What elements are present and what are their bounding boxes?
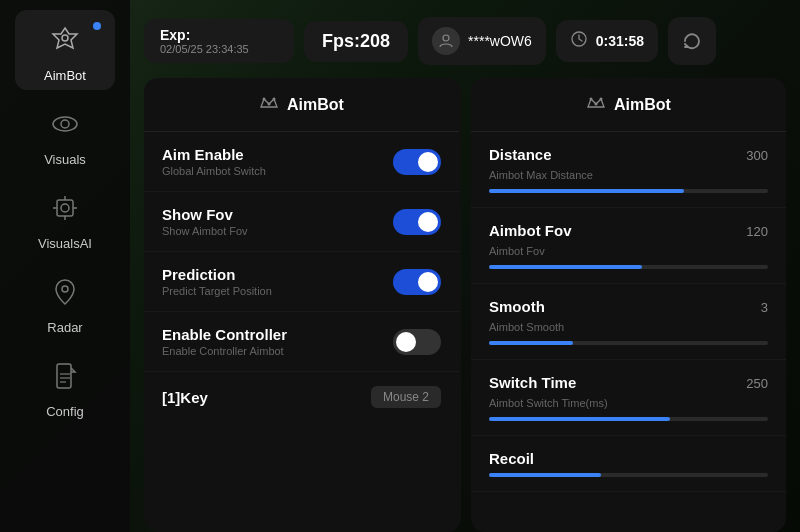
right-panel-area: Exp: 02/05/25 23:34:35 Fps:208 ****wOW6	[130, 0, 800, 532]
switch-time-desc: Aimbot Switch Time(ms)	[489, 397, 768, 409]
distance-name: Distance	[489, 146, 552, 163]
aim-enable-info: Aim Enable Global Aimbot Switch	[162, 146, 266, 177]
setting-row-aim-enable: Aim Enable Global Aimbot Switch	[144, 132, 459, 192]
sidebar-label-aimbot: AimBot	[44, 68, 86, 83]
prediction-name: Prediction	[162, 266, 272, 283]
user-avatar-icon	[432, 27, 460, 55]
refresh-icon	[681, 30, 703, 52]
eye-icon	[43, 102, 87, 146]
sidebar-item-aimbot[interactable]: AimBot	[15, 10, 115, 90]
switch-time-fill	[489, 417, 670, 421]
svg-rect-3	[57, 200, 73, 216]
exp-card: Exp: 02/05/25 23:34:35	[144, 19, 294, 63]
switch-time-slider[interactable]	[489, 417, 768, 421]
right-panel-content: Distance 300 Aimbot Max Distance Aimbot …	[471, 132, 786, 532]
left-aimbot-panel: AimBot Aim Enable Global Aimbot Switch	[144, 78, 461, 532]
svg-point-14	[443, 35, 449, 41]
controller-desc: Enable Controller Aimbot	[162, 345, 287, 357]
right-aimbot-panel: AimBot Distance 300 Aimbot Max Distance	[471, 78, 786, 532]
show-fov-desc: Show Aimbot Fov	[162, 225, 248, 237]
time-value: 0:31:58	[596, 33, 644, 49]
aimbot-fov-fill	[489, 265, 642, 269]
left-panel-content: Aim Enable Global Aimbot Switch Show Fov…	[144, 132, 459, 532]
aimbot-fov-header: Aimbot Fov 120	[489, 222, 768, 239]
right-panel-title: AimBot	[614, 96, 671, 114]
smooth-desc: Aimbot Smooth	[489, 321, 768, 333]
setting-row-prediction: Prediction Predict Target Position	[144, 252, 459, 312]
aimbot-fov-value: 120	[746, 224, 768, 239]
distance-value: 300	[746, 148, 768, 163]
scan-icon	[43, 186, 87, 230]
time-card: 0:31:58	[556, 20, 658, 62]
distance-header: Distance 300	[489, 146, 768, 163]
aimbot-icon	[43, 18, 87, 62]
setting-row-recoil: Recoil	[471, 436, 786, 492]
panels-area: AimBot Aim Enable Global Aimbot Switch	[144, 78, 786, 532]
svg-point-0	[62, 35, 68, 41]
smooth-value: 3	[761, 300, 768, 315]
smooth-header: Smooth 3	[489, 298, 768, 315]
svg-point-16	[263, 98, 266, 101]
fps-card: Fps:208	[304, 21, 408, 62]
prediction-info: Prediction Predict Target Position	[162, 266, 272, 297]
setting-row-smooth: Smooth 3 Aimbot Smooth	[471, 284, 786, 360]
sidebar-label-radar: Radar	[47, 320, 82, 335]
setting-row-aimbot-fov: Aimbot Fov 120 Aimbot Fov	[471, 208, 786, 284]
svg-point-4	[61, 204, 69, 212]
user-card: ****wOW6	[418, 17, 546, 65]
sidebar-label-visuals: Visuals	[44, 152, 86, 167]
switch-time-header: Switch Time 250	[489, 374, 768, 391]
clock-icon	[570, 30, 588, 52]
sidebar-item-config[interactable]: Config	[15, 346, 115, 426]
left-panel-header: AimBot	[144, 78, 459, 132]
key-value-badge[interactable]: Mouse 2	[371, 386, 441, 408]
active-dot-indicator	[93, 22, 101, 30]
setting-row-key: [1]Key Mouse 2	[144, 372, 459, 422]
smooth-name: Smooth	[489, 298, 545, 315]
setting-row-distance: Distance 300 Aimbot Max Distance	[471, 132, 786, 208]
sidebar: AimBot Visuals	[0, 0, 130, 532]
show-fov-toggle[interactable]	[393, 209, 441, 235]
exp-label: Exp:	[160, 27, 278, 43]
svg-point-21	[600, 98, 603, 101]
svg-point-9	[62, 286, 68, 292]
sidebar-item-radar[interactable]: Radar	[15, 262, 115, 342]
aimbot-fov-slider[interactable]	[489, 265, 768, 269]
controller-name: Enable Controller	[162, 326, 287, 343]
recoil-header: Recoil	[489, 450, 768, 467]
key-info: [1]Key	[162, 389, 208, 406]
svg-point-2	[61, 120, 69, 128]
prediction-desc: Predict Target Position	[162, 285, 272, 297]
key-name: [1]Key	[162, 389, 208, 406]
svg-point-19	[590, 98, 593, 101]
setting-row-switch-time: Switch Time 250 Aimbot Switch Time(ms)	[471, 360, 786, 436]
distance-slider[interactable]	[489, 189, 768, 193]
refresh-button[interactable]	[668, 17, 716, 65]
setting-row-controller: Enable Controller Enable Controller Aimb…	[144, 312, 459, 372]
sidebar-item-visualsai[interactable]: VisualsAI	[15, 178, 115, 258]
sidebar-label-config: Config	[46, 404, 84, 419]
setting-row-show-fov: Show Fov Show Aimbot Fov	[144, 192, 459, 252]
smooth-slider[interactable]	[489, 341, 768, 345]
controller-info: Enable Controller Enable Controller Aimb…	[162, 326, 287, 357]
svg-point-17	[268, 103, 271, 106]
header-bar: Exp: 02/05/25 23:34:35 Fps:208 ****wOW6	[144, 14, 786, 68]
smooth-fill	[489, 341, 573, 345]
recoil-name: Recoil	[489, 450, 534, 467]
sidebar-item-visuals[interactable]: Visuals	[15, 94, 115, 174]
aimbot-fov-name: Aimbot Fov	[489, 222, 572, 239]
left-crown-icon	[259, 92, 279, 117]
switch-time-value: 250	[746, 376, 768, 391]
file-icon	[43, 354, 87, 398]
user-name: ****wOW6	[468, 33, 532, 49]
prediction-toggle[interactable]	[393, 269, 441, 295]
exp-date: 02/05/25 23:34:35	[160, 43, 278, 55]
svg-rect-10	[57, 364, 71, 388]
distance-fill	[489, 189, 684, 193]
right-crown-icon	[586, 92, 606, 117]
controller-toggle[interactable]	[393, 329, 441, 355]
aimbot-fov-desc: Aimbot Fov	[489, 245, 768, 257]
svg-point-20	[595, 103, 598, 106]
recoil-slider[interactable]	[489, 473, 768, 477]
aim-enable-toggle[interactable]	[393, 149, 441, 175]
